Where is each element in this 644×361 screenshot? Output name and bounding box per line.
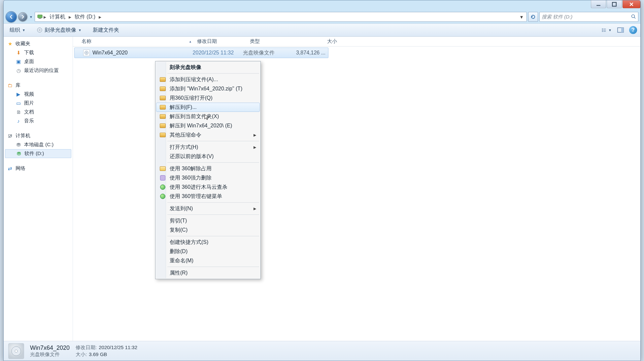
context-menu-item-label: 用360压缩打开(Q) <box>170 95 256 102</box>
view-button[interactable]: ▼ <box>601 26 612 34</box>
library-icon: 🗀 <box>7 82 13 88</box>
svg-rect-15 <box>621 28 624 32</box>
help-button[interactable]: ? <box>629 26 637 34</box>
sidebar-item-documents[interactable]: 🗎 文档 <box>5 108 71 116</box>
context-menu-item[interactable]: 添加到 "Win7x64_2020.zip" (T) <box>156 84 260 93</box>
svg-rect-0 <box>596 5 600 6</box>
minimize-button[interactable] <box>591 0 606 8</box>
context-menu-item[interactable]: 重命名(M) <box>156 256 260 265</box>
details-size-label: 大小: <box>76 351 87 358</box>
details-size: 3.69 GB <box>89 351 107 358</box>
context-menu-item[interactable]: 其他压缩命令▶ <box>156 130 260 140</box>
svg-point-19 <box>15 350 17 352</box>
context-menu-item[interactable]: 添加到压缩文件(A)... <box>156 75 260 84</box>
context-menu-item-icon <box>159 76 166 83</box>
context-menu-item-label: 还原以前的版本(V) <box>170 153 256 160</box>
context-menu-item[interactable]: 使用 360进行木马云查杀 <box>156 182 260 192</box>
context-menu-item-label: 创建快捷方式(S) <box>170 239 256 246</box>
context-menu-item-icon <box>159 257 166 264</box>
maximize-button[interactable] <box>607 0 622 8</box>
back-button[interactable] <box>6 11 17 22</box>
sidebar-item-drive-c[interactable]: ⛃ 本地磁盘 (C:) <box>5 140 71 149</box>
column-date[interactable]: 修改日期 <box>194 38 247 45</box>
context-menu-item[interactable]: 复制(C) <box>156 225 260 235</box>
chevron-right-icon: ▶ <box>254 133 256 137</box>
close-button[interactable] <box>623 0 640 8</box>
context-menu-item-icon <box>159 193 166 200</box>
context-menu-item[interactable]: 打开方式(H)▶ <box>156 143 260 152</box>
search-input[interactable]: 搜索 软件 (D:) <box>539 12 638 22</box>
context-menu-item[interactable]: 发送到(N)▶ <box>156 204 260 213</box>
svg-point-7 <box>39 29 40 31</box>
music-icon: ♪ <box>16 118 21 124</box>
context-menu-item[interactable]: 剪切(T) <box>156 216 260 225</box>
sidebar-group-network[interactable]: ⇄ 网络 <box>5 164 71 173</box>
column-size[interactable]: 大小 <box>300 38 340 45</box>
context-menu-item[interactable]: 删除(D) <box>156 247 260 256</box>
video-icon: ▶ <box>16 91 21 97</box>
sidebar-item-music[interactable]: ♪ 音乐 <box>5 116 71 125</box>
context-menu-item[interactable]: 解压到当前文件夹(X) <box>156 112 260 121</box>
download-icon: ⬇ <box>16 50 21 56</box>
context-menu-item-label: 打开方式(H) <box>170 144 250 151</box>
sidebar-item-video[interactable]: ▶ 视频 <box>5 90 71 99</box>
details-type: 光盘映像文件 <box>30 351 70 358</box>
context-menu-item-label: 使用 360强力删除 <box>170 175 256 181</box>
context-menu-item[interactable]: 创建快捷方式(S) <box>156 238 260 247</box>
sidebar-item-drive-d[interactable]: ⛃ 软件 (D:) <box>5 149 71 158</box>
context-menu-item[interactable]: 使用 360解除占用 <box>156 164 260 173</box>
context-menu-item-label: 刻录光盘映像 <box>170 64 256 71</box>
context-menu-item[interactable]: 使用 360强力删除 <box>156 173 260 182</box>
context-menu-item[interactable]: 刻录光盘映像 <box>156 63 260 72</box>
context-menu-item-icon <box>159 248 166 255</box>
context-menu-item-icon <box>159 227 166 233</box>
chevron-down-icon: ▼ <box>22 28 25 32</box>
iso-file-icon <box>83 49 90 56</box>
context-menu-item-icon <box>159 270 166 276</box>
breadcrumb-seg-0[interactable]: 计算机 <box>47 12 68 21</box>
sidebar-item-desktop[interactable]: ▣ 桌面 <box>5 57 71 66</box>
new-folder-button[interactable]: 新建文件夹 <box>90 26 122 35</box>
details-date-label: 修改日期: <box>76 345 97 351</box>
burn-button[interactable]: 刻录光盘映像 ▼ <box>34 26 84 35</box>
pictures-icon: ▭ <box>16 100 21 106</box>
context-menu-separator <box>167 162 259 163</box>
forward-button[interactable] <box>18 12 27 21</box>
sidebar-group-favorites[interactable]: ★ 收藏夹 <box>5 39 71 48</box>
breadcrumb[interactable]: ▸ 计算机 ▸ 软件 (D:) ▸ ▾ <box>35 12 527 22</box>
preview-pane-button[interactable] <box>615 26 626 34</box>
file-date: 2020/12/25 11:32 <box>190 50 240 56</box>
history-dropdown-icon[interactable]: ▼ <box>29 15 33 19</box>
context-menu-item[interactable]: 解压到 Win7x64_2020\ (E) <box>156 121 260 130</box>
context-menu-item[interactable]: 属性(R) <box>156 268 260 278</box>
context-menu-item-label: 重命名(M) <box>170 257 256 264</box>
titlebar <box>4 0 640 10</box>
context-menu-separator <box>167 202 259 203</box>
context-menu-item-label: 其他压缩命令 <box>170 132 250 139</box>
breadcrumb-seg-1[interactable]: 软件 (D:) <box>72 12 98 21</box>
sidebar-item-recent[interactable]: ◷ 最近访问的位置 <box>5 66 71 75</box>
context-menu-item-icon <box>159 239 166 246</box>
path-dropdown-icon[interactable]: ▾ <box>518 14 525 20</box>
context-menu-item-icon <box>159 184 166 190</box>
context-menu-separator <box>167 267 259 267</box>
details-thumb-icon <box>8 343 24 359</box>
sidebar-item-pictures[interactable]: ▭ 图片 <box>5 99 71 108</box>
context-menu-item-icon <box>159 144 166 150</box>
chevron-right-icon: ▸ <box>43 14 47 20</box>
refresh-button[interactable] <box>528 12 538 22</box>
context-menu-item[interactable]: 解压到(F)... <box>156 103 260 112</box>
sidebar-group-computer[interactable]: 🖳 计算机 <box>5 131 71 140</box>
context-menu-item[interactable]: 还原以前的版本(V) <box>156 152 260 161</box>
context-menu-item[interactable]: 使用 360管理右键菜单 <box>156 192 260 201</box>
context-menu-item-label: 属性(R) <box>170 270 256 277</box>
column-type[interactable]: 类型 <box>247 38 300 45</box>
context-menu-item-label: 添加到压缩文件(A)... <box>170 76 256 83</box>
organize-button[interactable]: 组织 ▼ <box>7 26 28 35</box>
context-menu-item[interactable]: 用360压缩打开(Q) <box>156 93 260 103</box>
column-name[interactable]: 名称 ▲ <box>79 38 194 45</box>
sidebar-group-libraries[interactable]: 🗀 库 <box>5 81 71 90</box>
computer-icon <box>37 14 43 20</box>
sidebar-item-downloads[interactable]: ⬇ 下载 <box>5 48 71 57</box>
file-row[interactable]: Win7x64_2020 2020/12/25 11:32 光盘映像文件 3,8… <box>74 48 328 58</box>
